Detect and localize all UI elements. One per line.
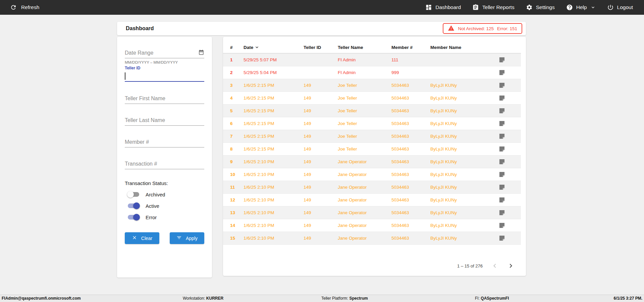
status-bar: FIAdmin@qaspectrumfi.onmicrosoft.com Wor…	[0, 295, 644, 302]
next-page-button[interactable]	[507, 262, 515, 270]
topbar: Refresh DashboardTeller ReportsSettingsH…	[0, 0, 644, 15]
cell-date: 1/6/25 2:10 PM	[244, 159, 304, 164]
note-icon[interactable]	[499, 95, 521, 101]
note-icon[interactable]	[499, 172, 521, 177]
cell-member-name: ByLyJI KUNy	[430, 185, 499, 190]
apply-button[interactable]: Apply	[170, 232, 204, 244]
table-row[interactable]: 31/6/25 2:15 PM149Joe Teller5034463ByLyJ…	[223, 79, 521, 92]
nav-help[interactable]: Help	[566, 4, 596, 11]
table-row[interactable]: 131/6/25 2:10 PM149Jane Operator5034463B…	[223, 206, 521, 219]
cell-date: 1/6/25 2:15 PM	[244, 121, 304, 126]
teller-first-name-input[interactable]	[125, 96, 204, 104]
note-icon[interactable]	[499, 146, 521, 152]
table-row[interactable]: 121/6/25 2:10 PM149Jane Operator5034463B…	[223, 194, 521, 206]
table-row[interactable]: 25/29/25 5:04 PMFI Admin999	[223, 66, 521, 79]
column-header-num[interactable]: #	[230, 45, 244, 50]
cell-num: 10	[230, 172, 244, 177]
note-icon[interactable]	[499, 133, 521, 139]
table-row[interactable]: 51/6/25 2:15 PM149Joe Teller5034463ByLyJ…	[223, 105, 521, 117]
table-row[interactable]: 151/6/25 2:10 PM149Jane Operator5034463B…	[223, 232, 521, 245]
column-header-member-name[interactable]: Member Name	[430, 45, 499, 50]
fi-info: FI: QASpectrumFI	[475, 296, 509, 301]
cell-teller-name: Joe Teller	[338, 96, 391, 101]
note-icon[interactable]	[499, 121, 521, 126]
table-row[interactable]: 141/6/25 2:10 PM149Jane Operator5034463B…	[223, 219, 521, 232]
table-row[interactable]: 101/6/25 2:10 PM149Jane Operator5034463B…	[223, 168, 521, 181]
table-row[interactable]: 15/29/25 5:07 PMFI Admin111	[223, 54, 521, 66]
toggle-archived[interactable]	[127, 190, 140, 198]
calendar-icon[interactable]	[198, 49, 204, 58]
cell-teller-name: Joe Teller	[338, 83, 391, 88]
cell-member-num: 5034463	[391, 146, 430, 152]
cell-date: 1/6/25 2:10 PM	[244, 197, 304, 202]
cell-member-name: ByLyJI KUNy	[430, 146, 499, 152]
nav-teller-reports[interactable]: Teller Reports	[472, 4, 515, 11]
column-header-teller-name[interactable]: Teller Name	[338, 45, 391, 50]
toggle-active[interactable]	[127, 202, 140, 210]
clear-button[interactable]: Clear	[125, 232, 159, 244]
toggle-error[interactable]	[127, 213, 140, 221]
pagination: 1 – 15 of 276	[457, 262, 515, 270]
note-icon[interactable]	[499, 70, 521, 75]
cell-teller-id: 149	[304, 236, 338, 241]
cell-date: 1/6/25 2:10 PM	[244, 210, 304, 215]
logged-in-user: FIAdmin@qaspectrumfi.onmicrosoft.com	[2, 296, 81, 301]
cell-member-name: ByLyJI KUNy	[430, 197, 499, 202]
toggle-label: Active	[146, 203, 159, 209]
clear-label: Clear	[141, 236, 152, 241]
status-datetime: 6/1/25 3:27 PM.	[614, 296, 642, 301]
teller-id-input[interactable]	[125, 70, 204, 82]
transaction-number-input[interactable]	[125, 161, 204, 169]
nav-dashboard[interactable]: Dashboard	[425, 4, 461, 11]
note-icon[interactable]	[499, 235, 521, 241]
alert-not-archived: Not Archived: 125	[458, 26, 494, 31]
note-icon[interactable]	[499, 210, 521, 216]
cell-teller-id: 149	[304, 121, 338, 126]
cell-num: 7	[230, 134, 244, 139]
note-icon[interactable]	[499, 57, 521, 63]
cell-member-num: 5034463	[391, 223, 430, 228]
cell-member-name: ByLyJI KUNy	[430, 159, 499, 164]
table-row[interactable]: 61/6/25 2:15 PM149Joe Teller5034463ByLyJ…	[223, 117, 521, 130]
filter-actions: Clear Apply	[125, 232, 204, 244]
column-header-teller-id[interactable]: Teller ID	[304, 45, 338, 50]
cell-num: 9	[230, 159, 244, 164]
table-row[interactable]: 91/6/25 2:10 PM149Jane Operator5034463By…	[223, 156, 521, 168]
cell-num: 14	[230, 223, 244, 228]
date-range-input[interactable]	[125, 50, 198, 58]
table-row[interactable]: 111/6/25 2:10 PM149Jane Operator5034463B…	[223, 181, 521, 194]
nav-logout[interactable]: Logout	[607, 4, 633, 11]
table-row[interactable]: 41/6/25 2:15 PM149Joe Teller5034463ByLyJ…	[223, 92, 521, 105]
cell-date: 1/6/25 2:15 PM	[244, 146, 304, 152]
prev-page-button[interactable]	[491, 262, 499, 270]
dashboard-icon	[425, 4, 432, 11]
nav-settings[interactable]: Settings	[526, 4, 555, 11]
cell-member-num: 5034463	[391, 236, 430, 241]
cell-teller-id: 149	[304, 83, 338, 88]
cell-teller-name: FI Admin	[338, 57, 391, 62]
note-icon[interactable]	[499, 197, 521, 203]
member-number-input[interactable]	[125, 139, 204, 147]
cell-member-num: 111	[391, 57, 430, 62]
note-icon[interactable]	[499, 82, 521, 88]
column-header-member-num[interactable]: Member #	[391, 45, 430, 50]
table-row[interactable]: 71/6/25 2:15 PM149Joe Teller5034463ByLyJ…	[223, 130, 521, 143]
pagination-range: 1 – 15 of 276	[457, 263, 483, 268]
cell-member-num: 5034463	[391, 108, 430, 113]
note-icon[interactable]	[499, 223, 521, 228]
toggle-row-active: Active	[127, 202, 204, 210]
cell-date: 1/6/25 2:15 PM	[244, 134, 304, 139]
cell-teller-id: 149	[304, 146, 338, 152]
teller-last-name-input[interactable]	[125, 117, 204, 125]
nav-label: Teller Reports	[482, 4, 515, 10]
archive-error-alert[interactable]: Not Archived: 125 Error: 151	[443, 23, 522, 34]
note-icon[interactable]	[499, 159, 521, 165]
note-icon[interactable]	[499, 184, 521, 190]
cell-num: 3	[230, 83, 244, 88]
column-header-date[interactable]: Date	[244, 45, 304, 50]
refresh-button[interactable]: Refresh	[10, 4, 39, 11]
table-row[interactable]: 81/6/25 2:15 PM149Joe Teller5034463ByLyJ…	[223, 143, 521, 156]
sort-desc-icon	[254, 45, 260, 50]
note-icon[interactable]	[499, 108, 521, 114]
cell-member-name: ByLyJI KUNy	[430, 108, 499, 113]
